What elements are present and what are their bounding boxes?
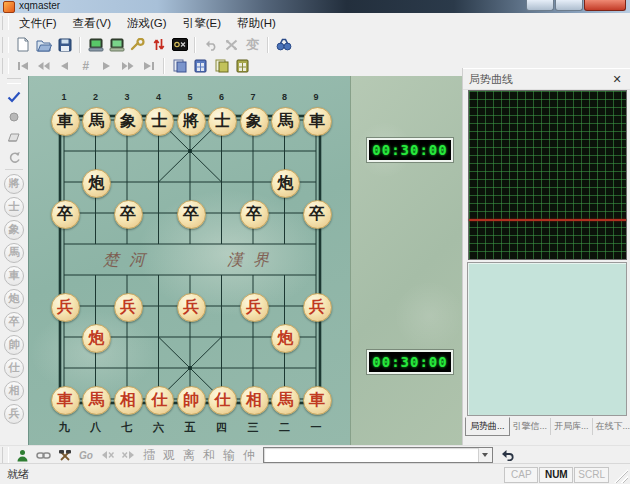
chess-piece[interactable]: 炮	[271, 324, 300, 353]
sidebar-piece-tool[interactable]: 車	[4, 266, 24, 286]
chess-piece[interactable]: 兵	[177, 293, 206, 322]
tab-opening-book[interactable]: 开局库...	[551, 418, 593, 435]
panel-title-bar[interactable]: 局势曲线 ✕	[463, 68, 630, 90]
copy-moves-button[interactable]	[169, 57, 190, 76]
tab-situation-curve[interactable]: 局势曲...	[465, 417, 510, 436]
chess-piece[interactable]: 車	[51, 386, 80, 415]
chat-combobox[interactable]	[263, 447, 493, 463]
chess-piece[interactable]: 將	[177, 107, 206, 136]
xiangqi-board[interactable]: 楚河 漢界 123456789九八七六五四三二一 車馬象士將士象馬車炮炮卒卒卒卒…	[28, 76, 351, 445]
save-file-button[interactable]	[54, 35, 75, 54]
chess-piece[interactable]: 車	[303, 386, 332, 415]
new-file-button[interactable]	[12, 35, 33, 54]
dot-tool-button[interactable]	[4, 107, 25, 127]
menu-view[interactable]: 查看(V)	[65, 14, 119, 33]
chess-piece[interactable]: 卒	[114, 200, 143, 229]
search-button[interactable]	[273, 35, 294, 54]
chess-piece[interactable]: 仕	[208, 386, 237, 415]
chess-piece[interactable]: 兵	[114, 293, 143, 322]
first-move-button[interactable]	[12, 57, 33, 76]
chess-piece[interactable]: 象	[114, 107, 143, 136]
wrench-button[interactable]	[127, 35, 148, 54]
label-resign[interactable]: 输	[223, 447, 235, 464]
menu-file[interactable]: 文件(F)	[11, 14, 65, 33]
link-button[interactable]	[33, 446, 54, 465]
chess-piece[interactable]: 卒	[303, 200, 332, 229]
chess-piece[interactable]: 馬	[271, 107, 300, 136]
chess-piece[interactable]: 仕	[145, 386, 174, 415]
label-watch[interactable]: 观	[163, 447, 175, 464]
tab-online-play[interactable]: 在线下...	[593, 418, 630, 435]
minimize-button[interactable]	[526, 0, 554, 11]
title-bar[interactable]: xqmaster	[0, 0, 630, 13]
last-move-button[interactable]	[138, 57, 159, 76]
move-number-button[interactable]: #	[75, 57, 96, 76]
sidebar-piece-tool[interactable]: 仕	[4, 358, 24, 378]
mute-right-button[interactable]	[118, 446, 139, 465]
resize-grip[interactable]	[614, 469, 628, 483]
copy-position-button[interactable]	[190, 57, 211, 76]
chess-piece[interactable]: 卒	[240, 200, 269, 229]
back-button[interactable]	[54, 57, 75, 76]
chess-piece[interactable]: 帥	[177, 386, 206, 415]
combobox-dropdown-button[interactable]	[478, 448, 492, 462]
eraser-button[interactable]	[4, 127, 25, 147]
menu-help[interactable]: 帮助(H)	[229, 14, 284, 33]
board-device-button[interactable]	[85, 35, 106, 54]
chess-piece[interactable]: 馬	[271, 386, 300, 415]
maximize-button[interactable]	[555, 0, 583, 11]
chess-piece[interactable]: 兵	[303, 293, 332, 322]
board-device-alt-button[interactable]	[106, 35, 127, 54]
mute-left-button[interactable]	[97, 446, 118, 465]
sidebar-piece-tool[interactable]: 將	[4, 174, 24, 194]
sidebar-piece-tool[interactable]: 炮	[4, 289, 24, 309]
forward-button[interactable]	[96, 57, 117, 76]
chess-piece[interactable]: 士	[208, 107, 237, 136]
chess-piece[interactable]: 卒	[51, 200, 80, 229]
chess-piece[interactable]: 炮	[271, 169, 300, 198]
label-arena[interactable]: 擂	[143, 447, 155, 464]
flip-updown-button[interactable]	[148, 35, 169, 54]
sidebar-piece-tool[interactable]: 相	[4, 381, 24, 401]
menu-game[interactable]: 游戏(G)	[119, 14, 175, 33]
panel-close-icon[interactable]: ✕	[609, 72, 625, 86]
paste-moves-button[interactable]	[211, 57, 232, 76]
tools-button[interactable]	[54, 446, 75, 465]
fast-forward-button[interactable]	[117, 57, 138, 76]
chess-piece[interactable]: 兵	[51, 293, 80, 322]
chess-piece[interactable]: 卒	[177, 200, 206, 229]
select-button[interactable]	[4, 87, 25, 107]
chess-piece[interactable]: 士	[145, 107, 174, 136]
menu-engine[interactable]: 引擎(E)	[175, 14, 229, 33]
undo-back-button[interactable]	[497, 446, 518, 465]
sidebar-piece-tool[interactable]: 象	[4, 220, 24, 240]
undo-button[interactable]	[200, 35, 221, 54]
sidebar-piece-tool[interactable]: 士	[4, 197, 24, 217]
chess-piece[interactable]: 兵	[240, 293, 269, 322]
sidebar-piece-tool[interactable]: 卒	[4, 312, 24, 332]
chess-piece[interactable]: 馬	[82, 386, 111, 415]
chess-piece[interactable]: 炮	[82, 324, 111, 353]
rotate-button[interactable]	[4, 147, 25, 167]
sidebar-piece-tool[interactable]: 帥	[4, 335, 24, 355]
label-draw[interactable]: 和	[203, 447, 215, 464]
go-label[interactable]: Go	[79, 450, 93, 461]
chess-piece[interactable]: 馬	[82, 107, 111, 136]
engine-badge-button[interactable]	[169, 35, 190, 54]
player-button[interactable]	[12, 446, 33, 465]
tab-engine-info[interactable]: 引擎信...	[510, 418, 552, 435]
sidebar-piece-tool[interactable]: 兵	[4, 404, 24, 424]
chess-piece[interactable]: 車	[51, 107, 80, 136]
change-button[interactable]: 变	[242, 35, 263, 54]
swap-button[interactable]	[221, 35, 242, 54]
label-arbiter[interactable]: 仲	[243, 447, 255, 464]
close-button[interactable]	[584, 0, 626, 11]
chess-piece[interactable]: 象	[240, 107, 269, 136]
paste-position-button[interactable]	[232, 57, 253, 76]
fast-back-button[interactable]	[33, 57, 54, 76]
label-leave[interactable]: 离	[183, 447, 195, 464]
chess-piece[interactable]: 相	[114, 386, 143, 415]
sidebar-piece-tool[interactable]: 馬	[4, 243, 24, 263]
open-file-button[interactable]	[33, 35, 54, 54]
chess-piece[interactable]: 車	[303, 107, 332, 136]
